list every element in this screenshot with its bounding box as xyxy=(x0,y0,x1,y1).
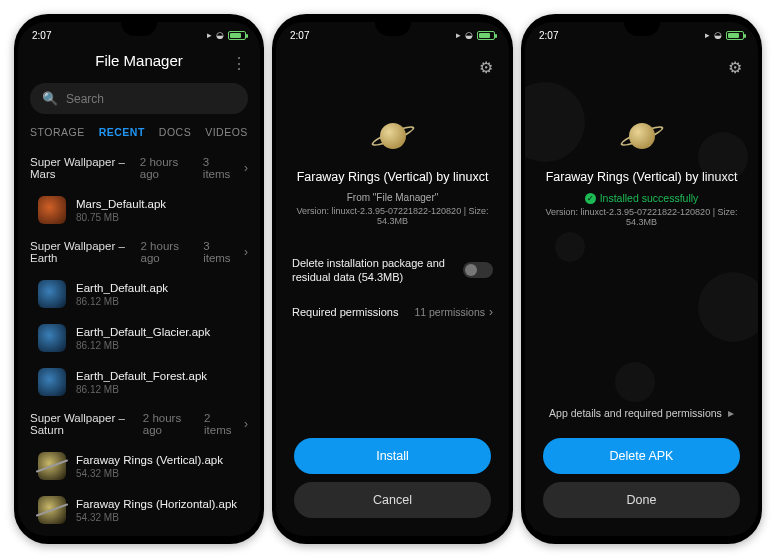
delete-package-toggle-row[interactable]: Delete installation package and residual… xyxy=(290,246,495,295)
section-count: 3 items xyxy=(203,156,234,180)
section-title: Super Wallpaper – Earth xyxy=(30,240,135,264)
wifi-icon: ◒ xyxy=(465,30,473,40)
status-time: 2:07 xyxy=(32,30,51,41)
details-label: App details and required permissions xyxy=(549,407,722,419)
saturn-icon xyxy=(38,496,66,524)
chevron-right-icon: ▸ xyxy=(728,406,734,420)
section-header[interactable]: Super Wallpaper – Mars 2 hours ago 3 ite… xyxy=(18,148,260,188)
cancel-button[interactable]: Cancel xyxy=(294,482,491,518)
chevron-right-icon: › xyxy=(244,161,248,175)
section-count: 2 items xyxy=(204,412,234,436)
battery-icon xyxy=(726,31,744,40)
signal-icon: ▸ xyxy=(705,30,710,40)
check-icon: ✓ xyxy=(585,193,596,204)
chevron-right-icon: › xyxy=(244,245,248,259)
page-title: File Manager xyxy=(95,52,183,69)
phone-installer: 2:07 ▸ ◒ ⚙ Faraway Rings (Vertical) by l… xyxy=(272,14,513,544)
app-title: Faraway Rings (Vertical) by linuxct xyxy=(546,170,738,184)
success-line: ✓ Installed successfully xyxy=(585,192,699,204)
battery-icon xyxy=(228,31,246,40)
settings-icon[interactable]: ⚙ xyxy=(479,58,493,77)
success-text: Installed successfully xyxy=(600,192,699,204)
tab-videos[interactable]: VIDEOS xyxy=(205,126,248,138)
section-age: 2 hours ago xyxy=(141,240,192,264)
phone-file-manager: 2:07 ▸ ◒ File Manager ⋮ 🔍 Search STORAGE… xyxy=(14,14,264,544)
status-time: 2:07 xyxy=(290,30,309,41)
file-size: 86.12 MB xyxy=(76,340,210,351)
section-age: 2 hours ago xyxy=(143,412,192,436)
tab-docs[interactable]: DOCS xyxy=(159,126,191,138)
mars-icon xyxy=(38,196,66,224)
earth-icon xyxy=(38,368,66,396)
section-header[interactable]: Super Wallpaper – Saturn 2 hours ago 2 i… xyxy=(18,404,260,444)
earth-icon xyxy=(38,280,66,308)
status-time: 2:07 xyxy=(539,30,558,41)
overflow-menu-icon[interactable]: ⋮ xyxy=(231,54,246,73)
app-details-row[interactable]: App details and required permissions ▸ xyxy=(543,396,740,430)
permissions-count: 11 permissions xyxy=(414,306,485,318)
from-line: From "File Manager" xyxy=(347,192,439,203)
file-name: Faraway Rings (Horizontal).apk xyxy=(76,498,237,510)
file-name: Earth_Default_Glacier.apk xyxy=(76,326,210,338)
toggle-label: Delete installation package and residual… xyxy=(292,256,463,285)
file-row[interactable]: Earth_Default_Forest.apk 86.12 MB xyxy=(18,360,260,404)
file-row[interactable]: Faraway Rings (Vertical).apk 54.32 MB xyxy=(18,444,260,488)
tab-bar: STORAGERECENTDOCSVIDEOSIMAG xyxy=(18,120,260,148)
phone-installed: 2:07 ▸ ◒ ⚙ Faraway Rings (Vertical) by l… xyxy=(521,14,762,544)
file-row[interactable]: Faraway Rings (Horizontal).apk 54.32 MB xyxy=(18,488,260,532)
app-icon xyxy=(371,114,415,158)
chevron-right-icon: › xyxy=(244,417,248,431)
search-input[interactable]: 🔍 Search xyxy=(30,83,248,114)
permissions-label: Required permissions xyxy=(292,305,414,319)
battery-icon xyxy=(477,31,495,40)
toggle-switch[interactable] xyxy=(463,262,493,278)
earth-icon xyxy=(38,324,66,352)
section-age: 2 hours ago xyxy=(140,156,191,180)
install-button[interactable]: Install xyxy=(294,438,491,474)
chevron-right-icon: › xyxy=(489,305,493,319)
version-line: Version: linuxct-2.3.95-07221822-120820 … xyxy=(290,206,495,226)
search-icon: 🔍 xyxy=(42,91,58,106)
file-name: Earth_Default.apk xyxy=(76,282,168,294)
section-header[interactable]: Super Wallpaper – Earth 2 hours ago 3 it… xyxy=(18,232,260,272)
app-title: Faraway Rings (Vertical) by linuxct xyxy=(297,170,489,184)
file-row[interactable]: Earth_Default_Glacier.apk 86.12 MB xyxy=(18,316,260,360)
permissions-row[interactable]: Required permissions 11 permissions › xyxy=(290,295,495,329)
wifi-icon: ◒ xyxy=(216,30,224,40)
wifi-icon: ◒ xyxy=(714,30,722,40)
tab-storage[interactable]: STORAGE xyxy=(30,126,85,138)
file-size: 86.12 MB xyxy=(76,296,168,307)
app-icon xyxy=(620,114,664,158)
file-size: 80.75 MB xyxy=(76,212,166,223)
signal-icon: ▸ xyxy=(207,30,212,40)
section-title: Super Wallpaper – Mars xyxy=(30,156,134,180)
file-row[interactable]: Earth_Default.apk 86.12 MB xyxy=(18,272,260,316)
done-button[interactable]: Done xyxy=(543,482,740,518)
search-placeholder: Search xyxy=(66,92,104,106)
file-size: 54.32 MB xyxy=(76,512,237,523)
file-name: Faraway Rings (Vertical).apk xyxy=(76,454,223,466)
signal-icon: ▸ xyxy=(456,30,461,40)
section-count: 3 items xyxy=(203,240,234,264)
saturn-icon xyxy=(38,452,66,480)
tab-recent[interactable]: RECENT xyxy=(99,126,145,138)
file-size: 54.32 MB xyxy=(76,468,223,479)
section-title: Super Wallpaper – Saturn xyxy=(30,412,137,436)
app-header: File Manager ⋮ xyxy=(18,44,260,77)
file-size: 86.12 MB xyxy=(76,384,207,395)
file-name: Mars_Default.apk xyxy=(76,198,166,210)
version-line: Version: linuxct-2.3.95-07221822-120820 … xyxy=(539,207,744,227)
file-row[interactable]: Mars_Default.apk 80.75 MB xyxy=(18,188,260,232)
file-name: Earth_Default_Forest.apk xyxy=(76,370,207,382)
settings-icon[interactable]: ⚙ xyxy=(728,58,742,77)
delete-apk-button[interactable]: Delete APK xyxy=(543,438,740,474)
